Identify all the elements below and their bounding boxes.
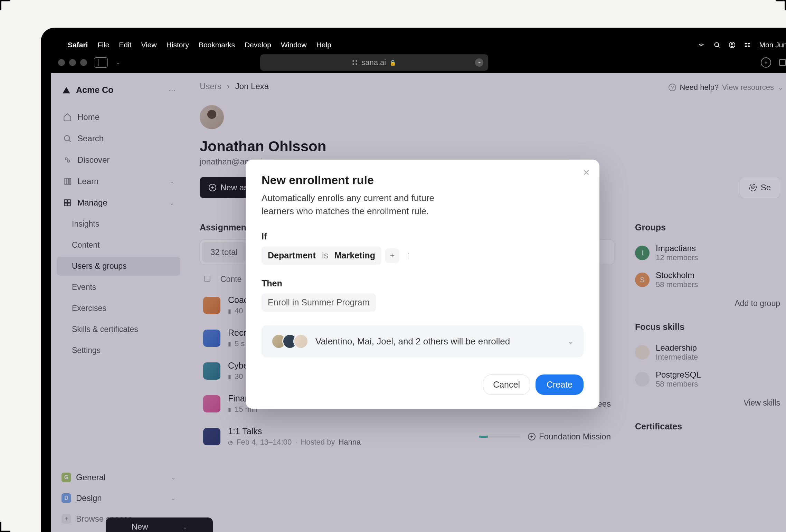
tabs-icon[interactable]	[778, 58, 786, 67]
modal-title: New enrollment rule	[262, 173, 584, 187]
user-icon[interactable]	[729, 41, 736, 48]
svg-point-0	[715, 42, 719, 47]
svg-point-10	[356, 63, 357, 65]
site-settings-icon	[352, 59, 358, 66]
minimize-window-button[interactable]	[69, 59, 76, 66]
chevron-down-icon: ⌄	[568, 337, 574, 345]
menubar-bookmarks[interactable]: Bookmarks	[199, 41, 235, 49]
window-controls	[58, 59, 87, 66]
menubar-develop[interactable]: Develop	[245, 41, 271, 49]
address-bar[interactable]: sana.ai 🔒 •••	[260, 54, 488, 71]
maximize-window-button[interactable]	[80, 59, 87, 66]
then-action-section: Then Enroll in Summer Program	[262, 278, 584, 312]
cancel-button[interactable]: Cancel	[483, 374, 530, 395]
control-center-icon[interactable]	[744, 41, 751, 48]
avatar-stack	[271, 334, 309, 349]
downloads-icon[interactable]	[761, 57, 771, 68]
condition-menu-button[interactable]: ⋮	[403, 252, 415, 259]
if-condition-section: If Department is Marketing + ⋮	[262, 231, 584, 265]
add-condition-button[interactable]: +	[385, 248, 399, 263]
svg-point-7	[352, 60, 354, 62]
svg-rect-6	[748, 46, 750, 47]
svg-point-2	[731, 43, 733, 45]
action-chip[interactable]: Enroll in Summer Program	[262, 293, 376, 312]
enrollment-rule-modal: ✕ New enrollment rule Automatically enro…	[246, 160, 599, 409]
app-viewport: Acme Co ⋯ Home Search Discover	[51, 73, 786, 532]
browser-toolbar: ⌄ sana.ai 🔒 •••	[51, 52, 786, 73]
chevron-down-icon[interactable]: ⌄	[116, 60, 120, 65]
sidebar-toggle-button[interactable]	[94, 57, 108, 68]
menubar-edit[interactable]: Edit	[119, 41, 131, 49]
menubar-help[interactable]: Help	[316, 41, 331, 49]
enrollment-preview[interactable]: Valentino, Mai, Joel, and 2 others will …	[262, 325, 584, 357]
address-url: sana.ai	[361, 58, 386, 67]
svg-point-8	[356, 60, 357, 62]
svg-rect-11	[779, 59, 785, 65]
svg-point-9	[352, 63, 354, 65]
create-button[interactable]: Create	[536, 374, 584, 395]
svg-rect-5	[745, 46, 747, 47]
menubar-history[interactable]: History	[167, 41, 189, 49]
close-window-button[interactable]	[58, 59, 65, 66]
device-frame: Safari File Edit View History Bookmarks …	[41, 28, 786, 532]
wifi-icon[interactable]	[698, 41, 705, 49]
menubar-window[interactable]: Window	[281, 41, 307, 49]
menubar-file[interactable]: File	[97, 41, 109, 49]
svg-rect-4	[748, 43, 750, 44]
condition-chip[interactable]: Department is Marketing	[262, 246, 381, 265]
avatar	[293, 334, 309, 349]
menubar-view[interactable]: View	[141, 41, 157, 49]
lock-icon: 🔒	[389, 59, 396, 66]
menubar-clock[interactable]: Mon Jun	[759, 41, 786, 49]
modal-description: Automatically enrolls any current and fu…	[262, 192, 469, 218]
page-menu-icon[interactable]: •••	[475, 58, 483, 67]
modal-footer: Cancel Create	[262, 374, 584, 395]
close-button[interactable]: ✕	[583, 168, 590, 178]
modal-backdrop[interactable]: ✕ New enrollment rule Automatically enro…	[51, 73, 786, 532]
menubar-app-name[interactable]: Safari	[68, 41, 88, 49]
svg-rect-3	[745, 43, 747, 44]
spotlight-icon[interactable]	[713, 41, 720, 48]
macos-menubar: Safari File Edit View History Bookmarks …	[51, 38, 786, 52]
